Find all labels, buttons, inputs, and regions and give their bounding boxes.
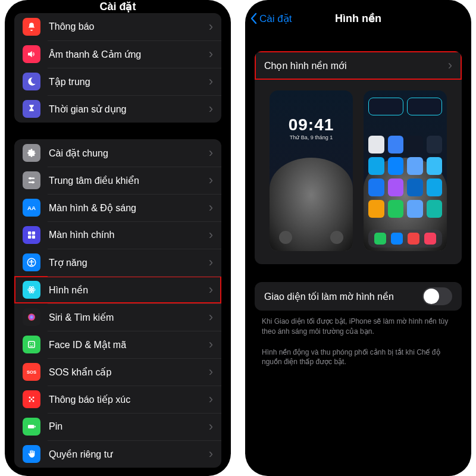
settings-row-battery[interactable]: Pin› [14, 413, 221, 440]
row-label: Hình nền [49, 284, 205, 296]
app-icon [407, 157, 423, 175]
svg-point-11 [31, 289, 33, 291]
app-icon [368, 178, 384, 196]
chevron-right-icon: › [209, 20, 213, 33]
chevron-right-icon: › [209, 146, 213, 159]
back-button[interactable]: Cài đặt [250, 12, 292, 25]
settings-row-bell[interactable]: Thông báo› [14, 13, 221, 40]
app-icon [388, 157, 404, 175]
wallpaper-chooser-group: Chọn hình nền mới › 09:41 Thứ Ba, 9 thán… [255, 51, 462, 264]
row-label: SOS khẩn cấp [49, 367, 205, 378]
svg-rect-26 [35, 426, 36, 428]
settings-group: Thông báo›Âm thanh & Cảm ứng›Tập trung›T… [14, 13, 221, 123]
chevron-right-icon: › [209, 102, 213, 115]
settings-row-home[interactable]: Màn hình chính› [14, 221, 221, 249]
row-label: Màn hình chính [49, 230, 205, 240]
row-label: Face ID & Mật mã [49, 339, 205, 350]
svg-point-3 [32, 181, 34, 184]
lock-actions [270, 231, 353, 244]
svg-point-21 [33, 397, 35, 399]
row-label: Trợ năng [49, 257, 205, 268]
settings-list: Thông báo›Âm thanh & Cảm ứng›Tập trung›T… [5, 13, 231, 476]
wallpaper-previews: 09:41 Thứ Ba, 9 tháng 1 [255, 80, 462, 264]
page-title: Hình nền [335, 12, 381, 25]
lockscreen-preview[interactable]: 09:41 Thứ Ba, 9 tháng 1 [270, 90, 353, 251]
row-label: Quyền riêng tư [49, 449, 205, 460]
settings-row-wallpaper[interactable]: Hình nền› [14, 276, 221, 303]
home-icon [23, 226, 40, 244]
dim-switch[interactable] [422, 287, 452, 305]
chevron-right-icon: › [209, 447, 213, 461]
settings-row-hourglass[interactable]: Thời gian sử dụng› [14, 95, 221, 123]
choose-new-wallpaper-row[interactable]: Chọn hình nền mới › [255, 51, 462, 80]
row-label: Thông báo [49, 21, 205, 32]
chevron-right-icon: › [209, 256, 213, 269]
settings-row-hand[interactable]: Quyền riêng tư› [14, 440, 221, 468]
wallpaper-phone: Cài đặt Hình nền Chọn hình nền mới › 09:… [245, 0, 471, 476]
dots-icon [23, 390, 40, 408]
dim-toggle-row[interactable]: Giao diện tối làm mờ hình nền [255, 282, 462, 311]
choose-label: Chọn hình nền mới [264, 60, 444, 71]
settings-row-aa[interactable]: AAMàn hình & Độ sáng› [14, 194, 221, 221]
siri-icon [23, 308, 40, 326]
chevron-right-icon: › [448, 59, 452, 72]
app-icon [407, 136, 423, 154]
chevron-right-icon: › [209, 393, 213, 406]
sos-icon: SOS [23, 363, 40, 381]
settings-row-siri[interactable]: Siri & Tìm kiếm› [14, 303, 221, 331]
back-label: Cài đặt [259, 12, 292, 25]
row-label: Pin [49, 421, 205, 432]
chevron-right-icon: › [209, 311, 213, 324]
app-icon [427, 178, 443, 196]
chevron-right-icon: › [209, 201, 213, 214]
settings-row-dots[interactable]: Thông báo tiếp xúc› [14, 386, 221, 413]
clock-widget [368, 98, 403, 115]
app-icon [407, 200, 423, 218]
gear-icon [23, 144, 40, 162]
svg-point-24 [31, 399, 33, 400]
row-label: Trung tâm điều khiển [49, 175, 205, 186]
settings-row-sliders[interactable]: Trung tâm điều khiển› [14, 167, 221, 194]
settings-row-speaker[interactable]: Âm thanh & Cảm ứng› [14, 40, 221, 68]
homescreen-preview[interactable] [364, 90, 447, 251]
row-label: Thời gian sử dụng [49, 104, 205, 115]
dim-label: Giao diện tối làm mờ hình nền [264, 291, 394, 302]
hourglass-icon [23, 100, 40, 118]
chevron-right-icon: › [209, 365, 213, 378]
svg-point-23 [33, 400, 35, 402]
settings-row-moon[interactable]: Tập trung› [14, 68, 221, 95]
chevron-right-icon: › [209, 174, 213, 187]
moon-icon [23, 73, 40, 90]
settings-row-gear[interactable]: Cài đặt chung› [14, 139, 221, 167]
chevron-right-icon: › [209, 75, 213, 88]
svg-point-2 [29, 177, 32, 180]
settings-row-sos[interactable]: SOSSOS khẩn cấp› [14, 358, 221, 386]
camera-icon [330, 231, 343, 244]
svg-rect-16 [29, 342, 35, 348]
row-label: Âm thanh & Cảm ứng [49, 49, 205, 60]
app-icon [368, 157, 384, 175]
bell-icon [23, 18, 40, 36]
help-text-1: Khi Giao diện tối được bật, iPhone sẽ là… [245, 311, 471, 337]
app-icon [388, 136, 404, 154]
svg-text:SOS: SOS [27, 369, 36, 375]
dock-app-icon [391, 233, 403, 245]
flashlight-icon [279, 231, 292, 244]
hand-icon [23, 445, 40, 463]
svg-rect-6 [32, 231, 35, 234]
row-label: Cài đặt chung [49, 148, 205, 159]
aa-icon: AA [23, 199, 40, 217]
svg-point-22 [29, 400, 31, 402]
svg-rect-8 [32, 236, 35, 239]
widgets-row [368, 98, 442, 131]
settings-row-access[interactable]: Trợ năng› [14, 249, 221, 276]
app-icon [427, 200, 443, 218]
face-icon [23, 336, 40, 353]
app-icon [427, 136, 443, 154]
svg-point-18 [32, 343, 33, 345]
speaker-icon [23, 45, 40, 63]
app-icon [368, 136, 384, 154]
dim-group: Giao diện tối làm mờ hình nền [255, 282, 462, 311]
settings-row-face[interactable]: Face ID & Mật mã› [14, 331, 221, 358]
calendar-widget [407, 98, 442, 115]
